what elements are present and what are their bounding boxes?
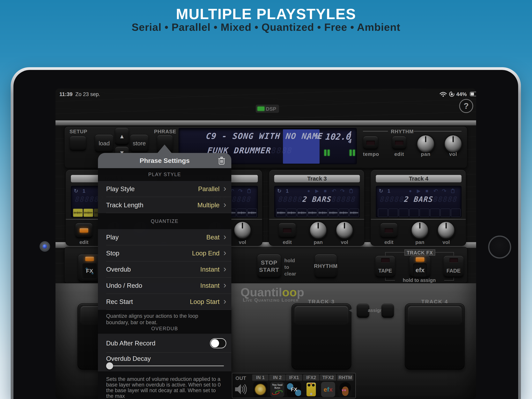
ifx2-app-icon[interactable] — [304, 382, 318, 397]
dsp-meter[interactable]: DSP — [256, 105, 279, 113]
track-title[interactable]: Track 4 — [376, 175, 462, 182]
record-icon: ● — [409, 188, 412, 194]
phrase-label: PHRASE — [154, 129, 176, 135]
lcd-timesig-bottom: 4 — [348, 138, 352, 145]
track-waveform-cells — [378, 209, 461, 217]
in1-app-icon[interactable] — [253, 382, 267, 397]
tfx2-app-icon[interactable]: efx — [321, 382, 335, 397]
row-track-length[interactable]: Track LengthMultiple› — [98, 197, 231, 213]
vol-label: vol — [335, 239, 354, 245]
row-play-style[interactable]: Play StyleParallel› — [98, 181, 231, 197]
undo-icon: ↶ — [332, 188, 336, 194]
rhythm-edit-button[interactable] — [392, 136, 406, 150]
row-quantize-overdub[interactable]: OverdubInstant› — [98, 261, 231, 278]
track3-footswitch[interactable] — [291, 303, 351, 370]
stop-icon: ■ — [425, 188, 428, 194]
track-panel-3: Track 3 ↻1 ●▶■↶↷ 888882 BARS88888 edit p… — [269, 169, 365, 246]
edit-label: edit — [380, 239, 398, 245]
overdub-decay-slider[interactable] — [106, 366, 224, 366]
assign-left-arrow-icon: ◀ — [349, 306, 354, 314]
edit-led — [80, 228, 88, 233]
undo-icon: ↶ — [433, 188, 438, 194]
vol-knob-label: vol — [444, 151, 462, 157]
rhythm-section-label: RHYTHM — [391, 129, 414, 135]
waveform-cell — [378, 209, 388, 217]
waveform-cell — [339, 209, 348, 217]
slider-thumb[interactable] — [106, 362, 113, 369]
dub-after-record-toggle[interactable] — [210, 338, 226, 348]
bracket-line — [454, 252, 454, 256]
tfx2-label: TFX2 — [320, 374, 336, 381]
waveform-cell — [297, 209, 307, 217]
delete-phrase-icon[interactable] — [218, 156, 225, 165]
track-bars-display: 888882 BARS88888 — [274, 195, 360, 204]
tempo-led — [366, 141, 375, 145]
rhythm-button[interactable]: RHYTHM — [315, 254, 337, 278]
input-fx-button[interactable]: FX — [78, 254, 101, 282]
in2-app-icon[interactable]: Neo Soul Keys — [270, 382, 284, 397]
track-vol-knob[interactable] — [335, 221, 354, 239]
dsp-level-bar — [257, 107, 265, 111]
beat-indicator-1 — [324, 150, 330, 157]
setup-button[interactable] — [70, 136, 86, 151]
waveform-cell — [237, 209, 247, 217]
row-quantize-play[interactable]: PlayBeat› — [98, 229, 231, 245]
io-bar: OUT IN 1 IN 2 Neo Soul Keys — [232, 373, 356, 398]
stop-start-button[interactable]: STOPSTART — [257, 254, 281, 278]
rhythm-tempo-button[interactable] — [363, 136, 378, 150]
tape-button[interactable]: TAPE — [375, 256, 395, 277]
track-title[interactable]: Track 3 — [274, 175, 360, 182]
home-button[interactable] — [488, 236, 511, 258]
track-vol-knob[interactable] — [233, 221, 252, 239]
help-button[interactable]: ? — [459, 99, 473, 113]
row-rec-start[interactable]: Rec StartLoop Start› — [98, 294, 231, 310]
fade-led — [450, 258, 458, 262]
in1-label: IN 1 — [252, 374, 269, 381]
row-quantize-stop[interactable]: StopLoop End› — [98, 245, 231, 261]
track-pan-knob[interactable] — [309, 221, 327, 239]
track-pan-knob[interactable] — [411, 221, 429, 239]
waveform-cell — [399, 209, 409, 217]
phrase-settings-modal: Phrase Settings PLAY STYLE Play StylePar… — [98, 153, 231, 399]
loop-icon: ↻ — [379, 188, 383, 194]
ifx1-app-icon[interactable]: FX — [287, 382, 301, 397]
track-edit-button[interactable] — [380, 223, 398, 238]
out-label: OUT — [235, 375, 246, 381]
tempo-button-label: tempo — [363, 151, 378, 157]
track-edit-button[interactable] — [75, 223, 93, 238]
divider — [371, 219, 466, 219]
fade-button[interactable]: FADE — [443, 256, 464, 277]
bracket-line — [385, 280, 395, 281]
dsp-label: DSP — [266, 106, 276, 112]
loop-icon: ↻ — [74, 188, 78, 194]
waveform-cell — [329, 209, 338, 217]
waveform-cell — [420, 209, 429, 217]
redo-icon: ↷ — [442, 188, 446, 194]
waveform-cell — [440, 209, 450, 217]
rhtm-app-icon[interactable]: ♥♥ — [338, 382, 352, 397]
section-quantize: QUANTIZE — [98, 213, 231, 229]
page: MULTIPLE PLAYSTYLES Serial • Parallel • … — [0, 0, 532, 399]
divider — [414, 131, 462, 131]
row-quantize-undo-redo[interactable]: Undo / RedoInstant› — [98, 278, 231, 294]
track4-footswitch[interactable] — [405, 303, 465, 370]
app-screen: 11:39 Zo 23 sep. 44% DSP ? — [56, 89, 476, 399]
track-vol-knob[interactable] — [437, 221, 455, 239]
bracket-line — [385, 252, 405, 252]
phrase-up-button[interactable]: ▲ — [115, 128, 129, 145]
track-lcd: ↻1 ●▶■↶↷ 888882 BARS88888 — [376, 186, 462, 217]
waveform-cell — [349, 209, 359, 217]
camera-icon — [39, 241, 50, 252]
store-button[interactable]: store — [130, 135, 149, 152]
stop-icon: ■ — [324, 188, 327, 194]
waveform-cell — [409, 209, 419, 217]
status-date: Zo 23 sep. — [75, 91, 100, 97]
load-button[interactable]: load — [95, 135, 114, 152]
rhythm-vol-knob[interactable] — [444, 135, 462, 153]
waveform-cell — [430, 209, 440, 217]
assign-right-button[interactable] — [381, 304, 394, 318]
edit-label: edit — [279, 239, 296, 245]
track-edit-button[interactable] — [279, 223, 296, 238]
efx-button[interactable]: efx — [409, 256, 431, 277]
rhythm-pan-knob[interactable] — [416, 135, 435, 153]
